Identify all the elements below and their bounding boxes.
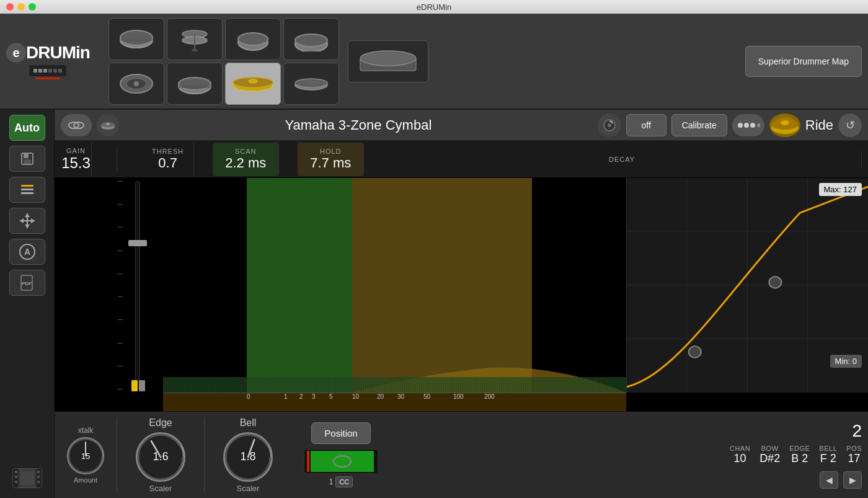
bell-midi-label: BELL (819, 445, 837, 452)
pad-snare2[interactable] (167, 63, 223, 105)
pad-snare[interactable] (108, 18, 164, 60)
edge-knob[interactable]: 1.6 (136, 432, 185, 482)
gain-ind-gray (139, 380, 145, 391)
scale-tick (118, 389, 123, 389)
minimize-button[interactable] (17, 3, 25, 11)
midi-red-bar (35, 78, 60, 79)
auto-button[interactable]: Auto (9, 115, 45, 141)
cymbal-icon (769, 113, 800, 137)
content-area: Yamaha 3-Zone Cymbal off Calibrate (55, 110, 868, 498)
max-label[interactable]: Max: 127 (819, 183, 862, 196)
svg-point-6 (192, 49, 198, 51)
svg-point-56 (106, 123, 110, 125)
edge-midi-label: EDGE (789, 445, 810, 452)
gain-ind-yellow (131, 380, 138, 391)
channel-number: 2 (852, 421, 862, 441)
link-button[interactable] (61, 114, 92, 136)
window-title: eDRUMin (417, 2, 451, 12)
timeline-10: 10 (352, 393, 359, 400)
window-controls[interactable] (6, 3, 36, 11)
timeline-30: 30 (397, 393, 404, 400)
scale-tick (118, 319, 123, 320)
gain-value: 15.3 (61, 154, 91, 172)
left-sidebar: Auto (0, 110, 55, 498)
pos-red-indicator (307, 451, 309, 472)
svg-point-10 (295, 34, 327, 47)
logo-area: e DRUMin (6, 43, 90, 79)
auto-assign-button[interactable]: A (9, 239, 45, 265)
position-button[interactable]: Position (311, 422, 370, 444)
close-button[interactable] (6, 3, 14, 11)
extra-pad[interactable] (348, 40, 428, 82)
gain-scale (118, 178, 124, 393)
calibrate-button[interactable]: Calibrate (671, 114, 727, 136)
preset-name: Yamaha 3-Zone Cymbal (124, 117, 593, 133)
gain-slider-thumb[interactable] (128, 240, 147, 246)
pad-bass[interactable] (108, 63, 164, 105)
pad-ride-cymbal[interactable] (225, 63, 281, 105)
decay-label: DECAY (609, 156, 635, 163)
timeline-3: 3 (312, 393, 316, 400)
svg-rect-28 (24, 159, 31, 164)
ride-label: Ride (805, 117, 833, 133)
timeline-0: 0 (247, 393, 250, 400)
min-label[interactable]: Min: 0 (830, 355, 862, 368)
midi-dot (58, 69, 62, 73)
xtalk-section: xtalk 15 Amount (61, 426, 117, 484)
thresh-value: 0.7 (158, 155, 177, 171)
cc-button[interactable]: CC (335, 476, 353, 487)
filmstrip-icon (12, 466, 43, 493)
midi-labels: CHAN 10 BOW D#2 EDGE B 2 BELL F 2 (730, 445, 862, 465)
refresh-button[interactable]: ↺ (838, 113, 862, 137)
maximize-button[interactable] (29, 3, 36, 11)
midi-bow: BOW D#2 (760, 445, 780, 465)
pad-small-icon (97, 114, 119, 136)
auto-label: Auto (14, 122, 40, 135)
save-button[interactable] (9, 146, 45, 172)
position-label: Position (324, 428, 357, 438)
spinner-icon[interactable] (598, 113, 621, 137)
gain-param: GAIN 15.3 (61, 142, 92, 177)
edge-midi-value: B 2 (791, 452, 808, 465)
gain-label: GAIN (66, 147, 86, 154)
bow-label: BOW (761, 445, 779, 452)
svg-marker-36 (20, 218, 24, 223)
timeline-100: 100 (453, 393, 464, 400)
off-button[interactable]: off (626, 114, 666, 136)
move-button[interactable] (9, 208, 45, 234)
gain-level-indicators (131, 380, 145, 391)
midi-arrows[interactable]: ◀ ▶ (820, 471, 862, 489)
midi-dot (53, 69, 57, 73)
arrow-right-button[interactable]: ▶ (843, 471, 862, 489)
pad-tom2[interactable] (283, 18, 339, 60)
pad-tom1[interactable] (225, 18, 281, 60)
gain-slider-area[interactable] (117, 178, 163, 393)
timeline-5: 5 (329, 393, 333, 400)
arrow-left-button[interactable]: ◀ (820, 471, 838, 489)
svg-rect-49 (37, 476, 40, 478)
pad-crash-cymbal[interactable] (283, 63, 339, 105)
xtalk-label: xtalk (78, 426, 94, 435)
zone-select-button[interactable] (732, 114, 764, 136)
list-button[interactable] (9, 177, 45, 203)
xtalk-knob[interactable]: 15 (67, 437, 104, 474)
logo-text: DRUMin (26, 43, 90, 63)
svg-rect-29 (21, 185, 33, 187)
svg-rect-51 (20, 471, 35, 486)
position-display (304, 449, 378, 474)
scan-param: SCAN 2.2 ms (213, 143, 279, 176)
velocity-curve-area[interactable]: Max: 127 Min: 0 (626, 178, 868, 393)
logo-icon: e (6, 43, 26, 63)
bell-knob[interactable]: 1.8 (223, 432, 273, 482)
pdf-export-button[interactable]: PDF (9, 270, 45, 296)
bell-scaler-value: 1.8 (240, 450, 255, 463)
gain-slider-track[interactable] (135, 181, 140, 389)
midi-dot (48, 69, 52, 73)
header-bar: Yamaha 3-Zone Cymbal off Calibrate (55, 110, 868, 141)
chan-value: 10 (734, 452, 746, 465)
superior-drummer-btn[interactable]: Superior Drummer Map (745, 46, 862, 77)
pad-hihat[interactable] (167, 18, 223, 60)
svg-rect-31 (21, 192, 33, 194)
pos-green-area (311, 451, 374, 472)
scale-tick (118, 343, 123, 344)
